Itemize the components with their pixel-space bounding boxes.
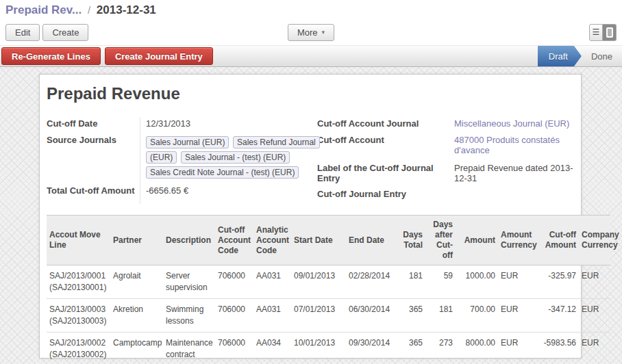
form-view-button[interactable]	[603, 24, 617, 41]
journal-entry-label-label: Label of the Cut-off Journal Entry	[317, 161, 454, 183]
cutoff-account-journal-label: Cut-off Account Journal	[317, 117, 454, 131]
field-cutoff-account: Cut-off Account 487000 Produits constaté…	[317, 133, 574, 155]
col-header-cutoff-amount[interactable]: Cut-off Amount	[539, 216, 579, 265]
cell-analytic-account-code: AA031	[253, 298, 291, 332]
cell-days-after-cutoff: 273	[425, 332, 456, 364]
col-header-amount[interactable]: Amount	[456, 216, 498, 265]
more-dropdown-button[interactable]: More ▾	[288, 24, 334, 41]
more-label: More	[297, 27, 318, 38]
cell-cutoff-amount: -347.12	[539, 298, 579, 332]
cutoff-account-journal-link[interactable]: Miscellaneous Journal (EUR)	[454, 117, 574, 131]
cell-description: Server supervision	[163, 265, 215, 299]
cutoff-date-label: Cut-off Date	[47, 117, 140, 131]
cell-account-move-line: SAJ/2013/0003 (SAJ20130003)	[47, 298, 110, 332]
field-cutoff-journal-entry: Cut-off Journal Entry	[317, 187, 574, 202]
form-sheet: Prepaid Revenue Cut-off Date 12/31/2013 …	[39, 74, 582, 359]
table-row[interactable]: SAJ/2013/0003 (SAJ20130003) Akretion Swi…	[47, 298, 610, 332]
cell-days-total: 365	[399, 298, 425, 332]
col-header-days-total[interactable]: Days Total	[399, 216, 425, 265]
field-groups: Cut-off Date 12/31/2013 Source Journals …	[47, 117, 574, 204]
breadcrumb-parent-link[interactable]: Prepaid Rev...	[5, 3, 82, 16]
table-header-row: Accout Move Line Partner Description Cut…	[47, 216, 610, 265]
breadcrumb: Prepaid Rev... / 2013-12-31	[5, 3, 156, 17]
breadcrumb-bar: Prepaid Rev... / 2013-12-31	[0, 0, 622, 19]
cell-cutoff-account-code: 706000	[215, 332, 253, 364]
cell-amount-currency: EUR	[498, 298, 539, 332]
create-journal-entry-button[interactable]: Create Journal Entry	[105, 47, 213, 65]
cell-amount: 8000.00	[456, 332, 498, 364]
source-journals-label: Source Journals	[47, 133, 140, 180]
status-step-done[interactable]: Done	[582, 46, 622, 66]
breadcrumb-separator: /	[85, 4, 93, 16]
list-view-icon: ☰	[593, 28, 600, 36]
cell-cutoff-account-code: 706000	[215, 265, 253, 299]
cell-partner: Camptocamp	[110, 332, 163, 364]
regenerate-lines-button[interactable]: Re-Generate Lines	[1, 47, 101, 65]
col-header-amount-currency[interactable]: Amount Currency	[498, 216, 539, 265]
cell-days-after-cutoff: 59	[425, 265, 456, 299]
field-source-journals: Source Journals Sales Journal (EUR) Sale…	[47, 133, 317, 180]
toolbar: Edit Create More ▾ ☰	[0, 19, 622, 45]
view-switcher: ☰	[589, 24, 617, 41]
cell-amount-currency: EUR	[498, 265, 539, 299]
col-header-start-date[interactable]: Start Date	[291, 216, 346, 265]
cell-amount: 700.00	[456, 298, 498, 332]
cell-days-after-cutoff: 181	[425, 298, 456, 332]
total-cutoff-amount-label: Total Cut-off Amount	[47, 184, 140, 198]
cutoff-account-link[interactable]: 487000 Produits constatés d'avance	[454, 133, 574, 155]
cutoff-journal-entry-value	[454, 187, 574, 202]
cell-company-currency: EUR	[579, 298, 610, 332]
col-header-company-currency[interactable]: Company Currency	[579, 216, 610, 265]
cell-end-date: 09/30/2014	[346, 332, 399, 364]
cell-amount: 1000.00	[456, 265, 498, 299]
col-header-account-move-line[interactable]: Accout Move Line	[47, 216, 110, 265]
col-header-analytic-account-code[interactable]: Analytic Account Code	[253, 216, 291, 265]
action-bar: Re-Generate Lines Create Journal Entry D…	[0, 45, 622, 67]
cutoff-lines-table: Accout Move Line Partner Description Cut…	[47, 215, 610, 364]
cell-days-total: 365	[399, 332, 425, 364]
cell-partner: Agrolait	[110, 265, 163, 299]
page-title: Prepaid Revenue	[47, 84, 574, 103]
col-header-partner[interactable]: Partner	[110, 216, 163, 265]
col-header-description[interactable]: Description	[163, 216, 215, 265]
journal-tag[interactable]: Sales Journal (EUR)	[146, 136, 229, 148]
cell-days-total: 181	[399, 265, 425, 299]
cutoff-date-value: 12/31/2013	[140, 117, 317, 131]
cell-start-date: 09/01/2013	[291, 265, 346, 299]
cutoff-account-label: Cut-off Account	[317, 133, 454, 155]
col-header-cutoff-account-code[interactable]: Cut-off Account Code	[215, 216, 253, 265]
statusbar: Draft Done	[538, 46, 622, 66]
cell-analytic-account-code: AA034	[253, 332, 291, 364]
breadcrumb-current: 2013-12-31	[97, 3, 156, 16]
journal-tag[interactable]: Sales Credit Note Journal - (test) (EUR)	[146, 166, 299, 179]
cell-description: Maintenance contract	[163, 332, 215, 364]
cutoff-journal-entry-label: Cut-off Journal Entry	[317, 187, 454, 202]
cell-cutoff-amount: -5983.56	[539, 332, 579, 364]
table-row[interactable]: SAJ/2013/0002 (SAJ20130002) Camptocamp M…	[47, 332, 610, 364]
cell-description: Swimming lessons	[163, 298, 215, 332]
chevron-down-icon: ▾	[322, 29, 325, 36]
cell-cutoff-account-code: 706000	[215, 298, 253, 332]
table-row[interactable]: SAJ/2013/0001 (SAJ20130001) Agrolait Ser…	[47, 265, 610, 299]
field-cutoff-date: Cut-off Date 12/31/2013	[47, 117, 317, 131]
status-step-draft[interactable]: Draft	[538, 46, 582, 66]
cell-cutoff-amount: -325.97	[539, 265, 579, 299]
col-header-end-date[interactable]: End Date	[346, 216, 399, 265]
cell-company-currency: EUR	[579, 332, 610, 364]
field-cutoff-account-journal: Cut-off Account Journal Miscellaneous Jo…	[317, 117, 574, 131]
journal-entry-label-value: Prepaid Revenue dated 2013-12-31	[454, 161, 574, 183]
cell-account-move-line: SAJ/2013/0001 (SAJ20130001)	[47, 265, 110, 299]
form-view-icon	[606, 27, 613, 38]
create-button[interactable]: Create	[42, 24, 88, 41]
total-cutoff-amount-value: -6656.65 €	[140, 184, 317, 198]
cell-company-currency: EUR	[579, 265, 610, 299]
cell-partner: Akretion	[110, 298, 163, 332]
list-view-button[interactable]: ☰	[589, 24, 603, 41]
cell-start-date: 07/01/2013	[291, 298, 346, 332]
cell-end-date: 02/28/2014	[346, 265, 399, 299]
cell-analytic-account-code: AA031	[253, 265, 291, 299]
edit-button[interactable]: Edit	[5, 24, 40, 41]
field-journal-entry-label: Label of the Cut-off Journal Entry Prepa…	[317, 161, 574, 183]
journal-tag[interactable]: Sales Journal - (test) (EUR)	[181, 151, 290, 164]
col-header-days-after-cutoff[interactable]: Days after Cut-off	[425, 216, 456, 265]
